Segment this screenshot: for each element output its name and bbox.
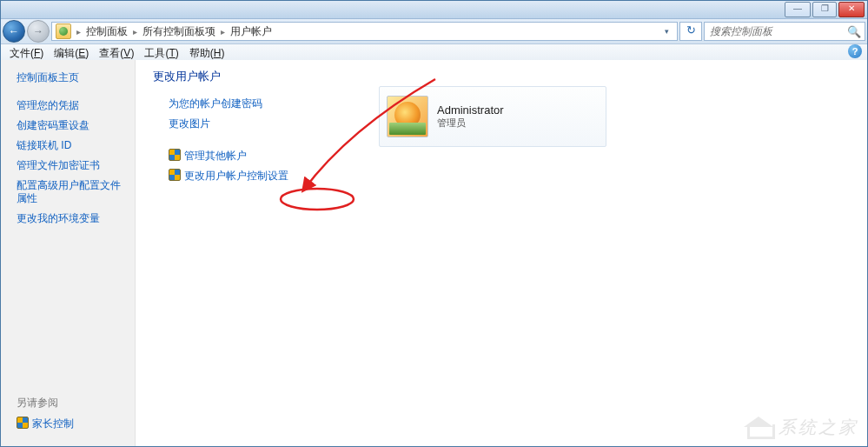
watermark-house-icon [744, 417, 773, 439]
svg-point-0 [281, 189, 354, 210]
address-bar-row: ← → ▸ 控制面板 ▸ 所有控制面板项 ▸ 用户帐户 ▾ ↻ 🔍 [1, 19, 867, 44]
sidebar-home[interactable]: 控制面板主页 [1, 67, 135, 90]
address-bar[interactable]: ▸ 控制面板 ▸ 所有控制面板项 ▸ 用户帐户 ▾ [51, 22, 678, 41]
search-icon[interactable]: 🔍 [847, 25, 861, 38]
breadcrumb-sep: ▸ [221, 27, 225, 37]
breadcrumb-3[interactable]: 用户帐户 [230, 24, 272, 39]
link-manage-other-accounts[interactable]: 管理其他帐户 [169, 149, 850, 163]
sidebar-link-credentials[interactable]: 管理您的凭据 [1, 96, 135, 116]
breadcrumb-2[interactable]: 所有控制面板项 [142, 24, 215, 39]
sidebar-link-env-vars[interactable]: 更改我的环境变量 [1, 209, 135, 229]
sidebar: 控制面板主页 管理您的凭据 创建密码重设盘 链接联机 ID 管理文件加密证书 配… [1, 60, 136, 446]
sidebar-link-encryption-cert[interactable]: 管理文件加密证书 [1, 156, 135, 176]
sidebar-see-also-label: 另请参阅 [1, 393, 135, 413]
close-button[interactable]: ✕ [838, 2, 865, 17]
help-icon[interactable]: ? [848, 44, 862, 58]
sidebar-link-advanced-profile[interactable]: 配置高级用户配置文件属性 [1, 176, 135, 209]
breadcrumb-sep: ▸ [76, 27, 81, 37]
search-input[interactable] [708, 24, 833, 38]
nav-forward-button[interactable]: → [27, 20, 50, 43]
breadcrumb-sep: ▸ [133, 27, 137, 37]
watermark: 系统之家 [744, 416, 858, 439]
account-name: Administrator [437, 103, 504, 117]
address-dropdown-icon[interactable]: ▾ [659, 27, 673, 36]
shield-icon [169, 169, 181, 181]
content-area: 更改用户帐户 为您的帐户创建密码 更改图片 管理其他帐户 更改用户帐户控制设置 [136, 60, 867, 446]
title-bar: — ❐ ✕ [1, 1, 867, 19]
nav-back-button[interactable]: ← [3, 20, 25, 43]
account-role: 管理员 [437, 117, 504, 130]
breadcrumb-1[interactable]: 控制面板 [86, 24, 128, 39]
page-heading: 更改用户帐户 [153, 69, 850, 84]
account-picture [387, 96, 428, 137]
shield-icon [17, 417, 29, 429]
sidebar-parental-controls[interactable]: 家长控制 [1, 413, 135, 434]
refresh-button[interactable]: ↻ [679, 22, 702, 41]
search-box[interactable]: 🔍 [704, 22, 865, 41]
account-tile[interactable]: Administrator 管理员 [379, 86, 606, 147]
shield-icon [169, 149, 181, 161]
sidebar-link-online-id[interactable]: 链接联机 ID [1, 136, 135, 156]
minimize-button[interactable]: — [785, 2, 811, 17]
maximize-button[interactable]: ❐ [812, 2, 837, 17]
user-accounts-icon [56, 23, 71, 39]
sidebar-link-password-disk[interactable]: 创建密码重设盘 [1, 116, 135, 136]
link-change-uac[interactable]: 更改用户帐户控制设置 [169, 169, 850, 183]
